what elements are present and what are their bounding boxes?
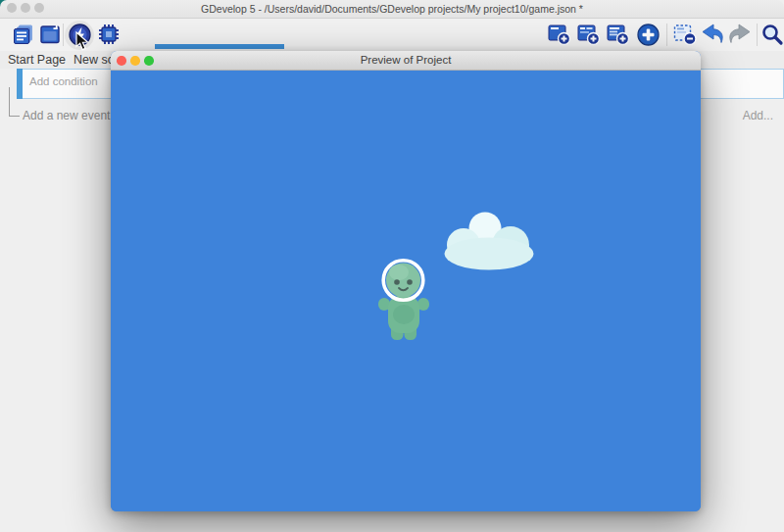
redo-icon: [727, 22, 753, 47]
event-tree-line: [9, 87, 10, 116]
preview-window[interactable]: Preview of Project: [111, 51, 701, 511]
gdevelop-app-window: GDevelop 5 - /Users/david/Documents/GDev…: [0, 0, 784, 532]
debugger-button[interactable]: [96, 22, 122, 47]
mouse-cursor-icon: [75, 31, 89, 51]
add-comment-button[interactable]: [606, 22, 631, 47]
redo-button[interactable]: [727, 22, 753, 47]
main-titlebar[interactable]: GDevelop 5 - /Users/david/Documents/GDev…: [0, 0, 784, 19]
search-events-button[interactable]: [760, 22, 784, 47]
add-new-event-link[interactable]: Add a new event: [23, 109, 110, 122]
start-page-window-icon: [38, 23, 62, 46]
tab-new-scene[interactable]: New sc: [74, 53, 114, 67]
add-circle-icon: [636, 23, 661, 47]
project-manager-button[interactable]: [11, 22, 36, 47]
search-icon: [760, 23, 784, 46]
tab-start-page[interactable]: Start Page: [8, 53, 66, 67]
main-toolbar: [0, 19, 784, 51]
toolbar-separator: [666, 24, 667, 46]
active-tab-indicator: [155, 44, 284, 49]
event-tree-line: [9, 116, 20, 117]
add-event-button[interactable]: [547, 22, 572, 47]
alien-character-sprite: [373, 253, 434, 343]
undo-button[interactable]: [700, 22, 725, 47]
remove-event-icon: [672, 22, 698, 47]
project-manager-icon: [12, 23, 35, 46]
toolbar-separator: [757, 24, 758, 46]
preview-window-title: Preview of Project: [111, 54, 701, 66]
undo-icon: [700, 22, 725, 47]
game-canvas[interactable]: [111, 71, 701, 511]
add-condition-link[interactable]: Add condition: [29, 75, 98, 87]
event-selection-bar[interactable]: [17, 69, 23, 99]
window-title: GDevelop 5 - /Users/david/Documents/GDev…: [0, 3, 784, 15]
debugger-chip-icon: [97, 23, 121, 46]
cloud-sprite: [441, 208, 537, 272]
add-subevent-button[interactable]: [576, 22, 602, 47]
add-more-link[interactable]: Add...: [743, 109, 773, 122]
add-choose-button[interactable]: [635, 22, 661, 47]
add-subevent-icon: [576, 22, 602, 47]
toolbar-separator: [63, 24, 64, 46]
delete-event-button[interactable]: [672, 22, 698, 47]
preview-titlebar[interactable]: Preview of Project: [111, 51, 701, 71]
start-page-button[interactable]: [37, 22, 63, 47]
add-comment-icon: [606, 22, 631, 47]
add-event-icon: [547, 22, 572, 47]
